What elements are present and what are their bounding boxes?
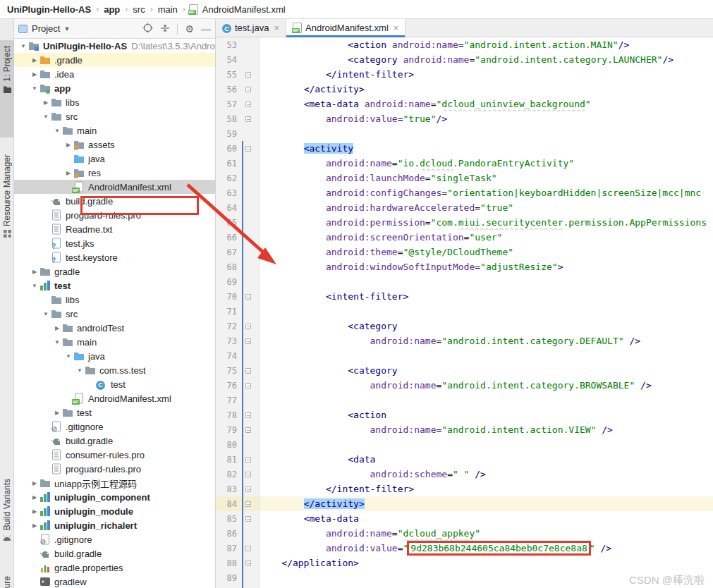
code-editor[interactable]: 53 <action android:name="android.intent.… (216, 37, 713, 588)
tree-row-src[interactable]: ▼src (14, 109, 216, 123)
fold-marker[interactable] (243, 146, 253, 152)
editor-tab-AndroidManifest.xml[interactable]: MFAndroidManifest.xml× (286, 19, 406, 37)
fold-marker[interactable] (243, 87, 253, 92)
stripe-button-structure[interactable]: Structure (0, 576, 14, 588)
code-line-70[interactable]: 70 <intent-filter> (216, 289, 713, 304)
tree-row-.gitignore[interactable]: .gitignore (14, 419, 216, 434)
tree-row-main[interactable]: ▼main (14, 123, 216, 137)
tree-expand-icon[interactable]: ▼ (75, 367, 85, 374)
tree-row-assets[interactable]: ▶assets (14, 137, 216, 152)
code-line-60[interactable]: 60 <activity (216, 141, 713, 156)
tree-row-test[interactable]: ▼test (14, 278, 216, 293)
tree-collapse-icon[interactable]: ▶ (52, 410, 62, 416)
code-line-86[interactable]: 86 android:name="dcloud_appkey" (216, 526, 713, 541)
fold-marker[interactable] (243, 486, 253, 492)
fold-marker[interactable] (243, 561, 253, 566)
tree-expand-icon[interactable]: ▼ (30, 283, 39, 289)
breadcrumb-file[interactable]: AndroidManifest.xml (201, 4, 287, 15)
tree-row-src[interactable]: ▼src (14, 307, 216, 321)
code-line-73[interactable]: 73 android:name="android.intent.category… (216, 333, 713, 348)
gear-icon[interactable]: ⚙ (185, 24, 194, 34)
tree-row-uniplugin_richalert[interactable]: ▶uniplugin_richalert (14, 518, 216, 532)
fold-marker[interactable] (243, 72, 253, 78)
code-line-87[interactable]: 87 android:value="9d283b68b244605ca84beb… (216, 541, 713, 556)
tree-row-app[interactable]: ▼app (14, 81, 216, 95)
tree-row-gradlew[interactable]: gradlew (14, 575, 216, 588)
editor-tab-test.java[interactable]: Ctest.java× (216, 19, 286, 37)
code-line-53[interactable]: 53 <action android:name="android.intent.… (216, 37, 713, 52)
hide-panel-icon[interactable]: — (201, 24, 211, 34)
fold-marker[interactable] (243, 383, 253, 388)
code-line-71[interactable]: 71 (216, 304, 713, 319)
tree-row-com.ss.test[interactable]: ▼com.ss.test (14, 363, 216, 377)
tree-row-uniplugin_module[interactable]: ▶uniplugin_module (14, 504, 216, 518)
breadcrumb-item[interactable]: src (131, 4, 146, 15)
tree-collapse-icon[interactable]: ▶ (52, 325, 62, 331)
fold-marker[interactable] (243, 412, 253, 418)
tree-collapse-icon[interactable]: ▶ (41, 99, 51, 106)
tree-collapse-icon[interactable]: ▶ (30, 57, 39, 63)
stripe-button-project[interactable]: 1: Project (0, 40, 14, 137)
fold-marker[interactable] (243, 368, 253, 374)
tree-row-UniPlugin-Hello-AS[interactable]: ▼UniPlugin-Hello-ASD:\latest\3.5.3\Andro… (14, 39, 216, 53)
breadcrumb-item[interactable]: app (102, 4, 121, 15)
tree-expand-icon[interactable]: ▼ (18, 43, 28, 49)
code-line-81[interactable]: 81 <data (216, 452, 713, 467)
tree-row-java[interactable]: java (14, 152, 216, 166)
breadcrumb-item[interactable]: UniPlugin-Hello-AS (6, 4, 92, 15)
fold-marker[interactable] (243, 501, 253, 507)
tree-row-gradle.properties[interactable]: gradle.properties (14, 561, 216, 575)
code-line-82[interactable]: 82 android:scheme=" " /> (216, 467, 713, 482)
code-line-77[interactable]: 77 (216, 393, 713, 408)
tree-row-uniapp[interactable]: ▶uniapp示例工程源码 (14, 476, 216, 490)
tree-collapse-icon[interactable]: ▶ (30, 71, 39, 78)
code-line-72[interactable]: 72 <category (216, 319, 713, 333)
tree-row-libs[interactable]: libs (14, 293, 216, 307)
tree-row-proguard-rules.pro[interactable]: proguard-rules.pro (14, 462, 216, 476)
code-line-88[interactable]: 88 </application> (216, 556, 713, 570)
code-line-78[interactable]: 78 <action (216, 408, 713, 422)
tree-row-consumer-rules.pro[interactable]: consumer-rules.pro (14, 448, 216, 462)
fold-marker[interactable] (243, 324, 253, 329)
code-line-74[interactable]: 74 (216, 348, 713, 363)
tree-collapse-icon[interactable]: ▶ (30, 522, 39, 529)
code-line-76[interactable]: 76 android:name="android.intent.category… (216, 378, 713, 393)
stripe-button-resource-manager[interactable]: Resource Manager (0, 152, 14, 257)
tree-row-java[interactable]: ▼java (14, 349, 216, 363)
tree-expand-icon[interactable]: ▼ (52, 128, 62, 134)
code-line-57[interactable]: 57 <meta-data android:name="dcloud_uninv… (216, 97, 713, 111)
tree-row-build.gradle[interactable]: build.gradle (14, 546, 216, 561)
code-line-80[interactable]: 80 (216, 437, 713, 452)
fold-marker[interactable] (243, 457, 253, 463)
tree-row-test[interactable]: ▶test (14, 405, 216, 419)
fold-marker[interactable] (243, 516, 253, 522)
tree-row-androidTest[interactable]: ▶androidTest (14, 321, 216, 335)
tree-expand-icon[interactable]: ▼ (30, 85, 39, 92)
code-line-58[interactable]: 58 android:value="true"/> (216, 111, 713, 126)
code-line-55[interactable]: 55 </intent-filter> (216, 67, 713, 82)
tree-row-libs[interactable]: ▶libs (14, 95, 216, 109)
tree-row-uniplugin_component[interactable]: ▶uniplugin_component (14, 490, 216, 504)
tree-collapse-icon[interactable]: ▶ (30, 508, 39, 515)
tree-collapse-icon[interactable]: ▶ (63, 170, 73, 176)
fold-marker[interactable] (243, 546, 253, 551)
tree-row-build.gradle[interactable]: build.gradle (14, 434, 216, 448)
tree-expand-icon[interactable]: ▼ (41, 311, 51, 317)
code-line-85[interactable]: 85 <meta-data (216, 511, 713, 526)
tree-expand-icon[interactable]: ▼ (41, 114, 51, 120)
fold-marker[interactable] (243, 338, 253, 344)
tree-collapse-icon[interactable]: ▶ (30, 494, 39, 501)
close-icon[interactable]: × (274, 23, 279, 33)
fold-marker[interactable] (243, 116, 253, 122)
tree-collapse-icon[interactable]: ▶ (30, 269, 39, 275)
tree-row-.gradle[interactable]: ▶.gradle (14, 53, 216, 67)
code-line-54[interactable]: 54 <category android:name="android.inten… (216, 52, 713, 67)
code-line-84[interactable]: 84 </activity> (216, 496, 713, 511)
code-line-56[interactable]: 56 </activity> (216, 82, 713, 97)
tree-row-AndroidManifest.xml[interactable]: MFAndroidManifest.xml (14, 391, 216, 405)
close-icon[interactable]: × (394, 23, 399, 33)
fold-marker[interactable] (243, 294, 253, 300)
tree-expand-icon[interactable]: ▼ (63, 353, 73, 360)
fold-marker[interactable] (243, 427, 253, 433)
breadcrumb-item[interactable]: main (157, 4, 179, 15)
